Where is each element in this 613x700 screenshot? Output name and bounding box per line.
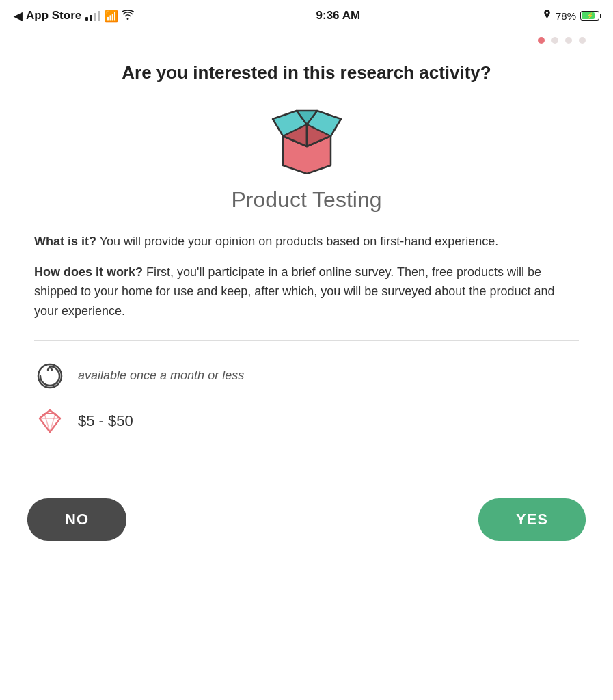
frequency-icon [34,360,66,392]
status-left: ◀ App Store 📶 [14,9,134,23]
reward-icon [34,405,66,437]
how-does-it-work-text: How does it work? First, you'll particip… [34,262,579,321]
status-bar: ◀ App Store 📶 9:36 AM 78% [0,0,613,30]
what-is-it-label: What is it? [34,234,96,248]
main-content: Are you interested in this research acti… [0,48,613,471]
time-display: 9:36 AM [316,9,361,23]
activity-icon [34,105,579,174]
app-store-label[interactable]: App Store [26,9,81,23]
frequency-row: available once a month or less [34,360,579,392]
battery-percent: 78% [556,10,576,22]
dot-3 [565,37,572,44]
yes-button[interactable]: YES [478,498,586,541]
back-chevron-icon: ◀ [14,10,22,23]
no-button[interactable]: NO [27,498,126,541]
battery-icon: ⚡ [580,11,599,21]
how-does-it-work-label: How does it work? [34,265,143,279]
button-row: NO YES [0,485,613,561]
reward-row: $5 - $50 [34,405,579,437]
page-title: Are you interested in this research acti… [34,62,579,85]
activity-name: Product Testing [34,187,579,213]
reward-text: $5 - $50 [78,412,133,430]
location-icon [543,10,551,23]
divider [34,340,579,341]
wifi-icon: 📶 [105,10,133,23]
dot-4 [579,37,586,44]
dot-1 [538,37,545,44]
dot-2 [551,37,558,44]
page-indicator [0,30,613,48]
frequency-text: available once a month or less [78,368,244,383]
what-is-it-text: What is it? You will provide your opinio… [34,232,579,252]
signal-icon [85,11,100,21]
status-right: 78% ⚡ [543,10,599,23]
